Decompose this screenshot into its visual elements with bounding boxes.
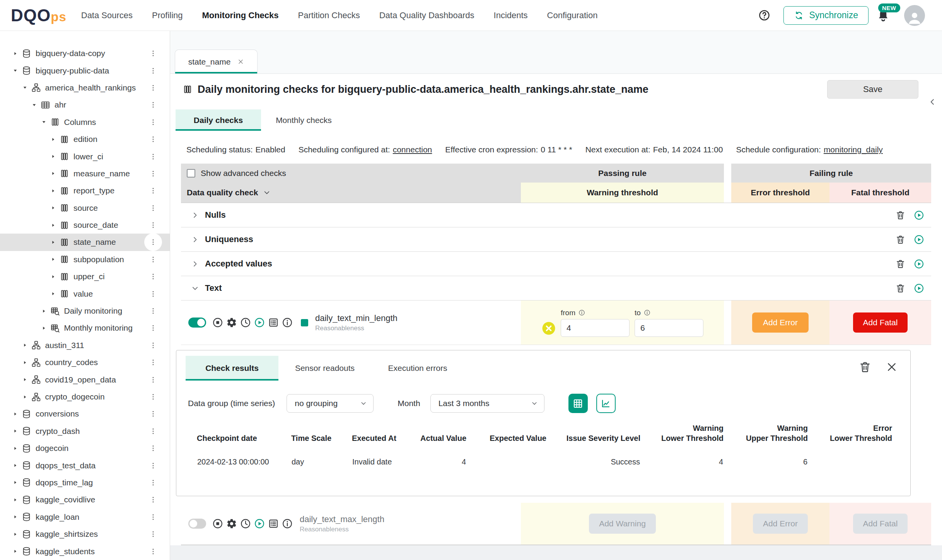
collapse-panel-icon[interactable] — [928, 97, 937, 106]
notifications-button[interactable]: NEW — [876, 9, 890, 22]
tree-item-columns[interactable]: Columns — [0, 114, 170, 131]
caret-right-icon[interactable] — [51, 188, 56, 193]
check-schedule-icon[interactable] — [240, 317, 251, 328]
caret-right-icon[interactable] — [13, 514, 18, 519]
caret-right-icon[interactable] — [51, 171, 56, 176]
tree-item-bigquery-public-data[interactable]: bigquery-public-data — [0, 62, 170, 79]
caret-right-icon[interactable] — [13, 463, 18, 468]
tab-close-icon[interactable] — [237, 58, 244, 65]
table-view-button[interactable] — [568, 394, 588, 413]
caret-right-icon[interactable] — [13, 532, 18, 537]
add-fatal-button-disabled[interactable]: Add Fatal — [853, 514, 908, 534]
tree-item-measure-name[interactable]: measure_name — [0, 165, 170, 182]
item-menu-icon[interactable] — [149, 203, 157, 213]
caret-right-icon[interactable] — [13, 51, 18, 56]
item-menu-icon[interactable] — [149, 168, 157, 179]
add-fatal-button[interactable]: Add Fatal — [853, 312, 908, 333]
tab-daily-checks[interactable]: Daily checks — [176, 109, 261, 131]
caret-down-icon[interactable] — [22, 85, 27, 90]
nav-item-data-sources[interactable]: Data Sources — [81, 10, 133, 20]
item-menu-icon[interactable] — [149, 48, 157, 59]
item-menu-icon[interactable] — [149, 289, 157, 299]
item-menu-icon[interactable] — [149, 477, 157, 488]
tree-item-upper-ci[interactable]: upper_ci — [0, 268, 170, 285]
user-avatar[interactable] — [904, 5, 925, 26]
caret-right-icon[interactable] — [41, 326, 46, 331]
to-info-icon[interactable] — [644, 309, 650, 316]
item-menu-icon[interactable] — [149, 306, 157, 316]
item-menu-icon[interactable] — [149, 151, 157, 162]
item-menu-icon[interactable] — [149, 134, 157, 145]
nav-item-profiling[interactable]: Profiling — [152, 10, 183, 20]
caret-right-icon[interactable] — [51, 223, 56, 228]
check-settings-icon[interactable] — [226, 518, 237, 529]
tree-item-lower-ci[interactable]: lower_ci — [0, 148, 170, 165]
item-menu-icon[interactable] — [149, 391, 157, 402]
tree-item-kaggle-loan[interactable]: kaggle_loan — [0, 509, 170, 526]
caret-down-icon[interactable] — [13, 68, 18, 73]
tree-item-austin-311[interactable]: austin_311 — [0, 337, 170, 354]
item-menu-icon[interactable] — [149, 99, 157, 110]
warning-to-input[interactable] — [635, 319, 703, 337]
caret-right-icon[interactable] — [22, 377, 27, 382]
show-advanced-checkbox[interactable] — [187, 169, 195, 178]
check-enabled-toggle[interactable] — [188, 519, 206, 529]
check-category-accepted-values[interactable]: Accepted values — [181, 252, 931, 276]
add-warning-button-disabled[interactable]: Add Warning — [589, 514, 656, 534]
caret-right-icon[interactable] — [22, 360, 27, 365]
tree-item-dqops-time-lag[interactable]: dqops_time_lag — [0, 474, 170, 491]
caret-right-icon[interactable] — [51, 257, 56, 262]
nav-item-configuration[interactable]: Configuration — [547, 10, 598, 20]
item-menu-icon[interactable] — [149, 271, 157, 282]
caret-down-icon[interactable] — [32, 102, 37, 108]
tree-item-covid19-open-data[interactable]: covid19_open_data — [0, 371, 170, 388]
tree-item-dogecoin[interactable]: dogecoin — [0, 440, 170, 457]
caret-right-icon[interactable] — [51, 154, 56, 159]
item-menu-icon[interactable] — [149, 408, 157, 419]
item-menu-icon[interactable] — [149, 254, 157, 265]
results-tab-sensor-readouts[interactable]: Sensor readouts — [278, 356, 371, 381]
item-menu-icon[interactable] — [149, 117, 157, 128]
tree-item-value[interactable]: value — [0, 285, 170, 302]
tree-item-daily-monitoring[interactable]: Daily monitoring — [0, 302, 170, 319]
chart-view-button[interactable] — [596, 394, 616, 413]
check-category-text[interactable]: Text — [181, 276, 931, 300]
caret-right-icon[interactable] — [13, 497, 18, 502]
monitoring-daily-link[interactable]: monitoring_daily — [824, 145, 883, 154]
item-menu-icon[interactable] — [149, 512, 157, 522]
caret-right-icon[interactable] — [51, 240, 56, 245]
item-menu-icon[interactable] — [149, 460, 157, 471]
delete-category-checks-icon[interactable] — [895, 259, 906, 269]
check-category-uniqueness[interactable]: Uniqueness — [181, 227, 931, 252]
nav-item-monitoring-checks[interactable]: Monitoring Checks — [202, 10, 279, 20]
item-menu-icon[interactable] — [149, 220, 157, 230]
caret-right-icon[interactable] — [51, 274, 56, 279]
caret-right-icon[interactable] — [13, 480, 18, 485]
tree-item-america-health-rankings[interactable]: america_health_rankings — [0, 79, 170, 96]
tab-state-name[interactable]: state_name — [175, 50, 258, 73]
delete-category-checks-icon[interactable] — [895, 283, 906, 294]
check-schedule-icon[interactable] — [240, 518, 251, 529]
run-category-checks-icon[interactable] — [914, 234, 924, 245]
item-menu-icon[interactable] — [149, 443, 157, 454]
caret-right-icon[interactable] — [41, 309, 46, 314]
item-menu-icon[interactable] — [149, 529, 157, 540]
close-results-icon[interactable] — [886, 361, 898, 373]
item-menu-icon[interactable] — [149, 546, 157, 557]
chevron-down-icon[interactable] — [263, 189, 271, 196]
check-info-icon[interactable] — [282, 317, 293, 328]
nav-item-incidents[interactable]: Incidents — [494, 10, 528, 20]
tree-item-kaggle-covidlive[interactable]: kaggle_covidlive — [0, 491, 170, 508]
run-check-icon[interactable] — [254, 518, 265, 529]
add-error-button[interactable]: Add Error — [752, 312, 809, 333]
tree-item-kaggle-shirtsizes[interactable]: kaggle_shirtsizes — [0, 526, 170, 543]
delete-category-checks-icon[interactable] — [895, 210, 906, 220]
tree-item-state-name[interactable]: state_name — [0, 234, 170, 251]
tree-item-country-codes[interactable]: country_codes — [0, 354, 170, 371]
results-tab-check-results[interactable]: Check results — [186, 356, 278, 381]
check-info-icon[interactable] — [282, 518, 293, 529]
connection-link[interactable]: connection — [393, 145, 432, 154]
disable-check-icon[interactable] — [212, 317, 223, 328]
from-info-icon[interactable] — [579, 309, 585, 316]
caret-right-icon[interactable] — [22, 343, 27, 348]
